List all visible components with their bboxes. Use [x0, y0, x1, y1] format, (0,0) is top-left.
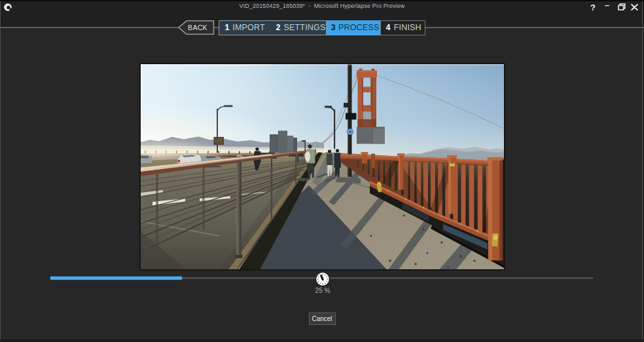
svg-text:BACK: BACK — [188, 24, 207, 31]
